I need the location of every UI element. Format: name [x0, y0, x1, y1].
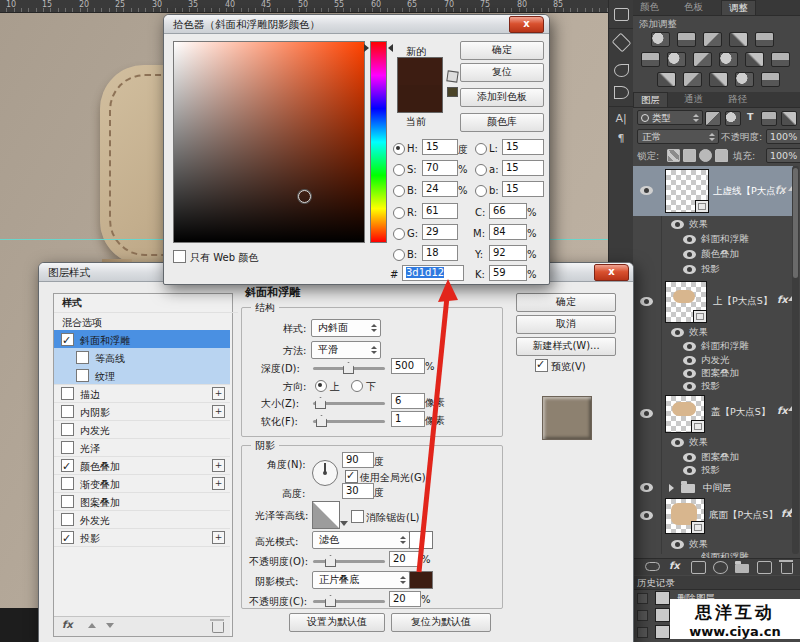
cancel-button[interactable]: 取消	[516, 315, 616, 334]
style-item-bevel-emboss[interactable]: 斜面和浮雕	[54, 330, 230, 349]
new-style-button[interactable]: 新建样式(W)...	[516, 337, 616, 356]
visibility-eye-icon[interactable]	[683, 453, 696, 462]
visibility-eye-icon[interactable]	[683, 250, 696, 259]
highlight-opacity-input[interactable]: 20	[389, 551, 421, 567]
visibility-eye-icon[interactable]	[683, 382, 696, 391]
layer-filter-type-dropdown[interactable]: 类型	[637, 110, 703, 125]
history-snapshot-checkbox[interactable]	[637, 627, 648, 638]
shadow-opacity-input[interactable]: 20	[389, 591, 421, 607]
layer-name[interactable]: 上【P大点S】	[713, 295, 772, 308]
b3-radio[interactable]	[475, 185, 487, 197]
layers-scrollbar-thumb[interactable]	[793, 168, 798, 278]
global-light-checkbox[interactable]	[345, 470, 358, 483]
bevel-style-dropdown[interactable]: 内斜面	[311, 319, 381, 337]
style-item-color-overlay[interactable]: 颜色叠加	[54, 456, 230, 475]
filter-adjustment-layers-icon[interactable]	[725, 111, 741, 126]
altitude-input[interactable]: 30	[342, 483, 374, 499]
delete-layer-icon[interactable]	[781, 563, 793, 574]
visibility-eye-icon[interactable]	[671, 220, 684, 229]
ok-button[interactable]: 确定	[516, 293, 616, 312]
highlight-color-swatch[interactable]	[409, 531, 433, 549]
visibility-eye-icon[interactable]	[640, 186, 653, 195]
style-item-satin[interactable]: 光泽	[54, 438, 230, 457]
a-input[interactable]: 15	[502, 160, 544, 176]
effect-item[interactable]: 内发光	[701, 354, 730, 367]
b-radio[interactable]	[393, 185, 405, 197]
fx-badge[interactable]: fx	[775, 184, 786, 195]
brightness-contrast-icon[interactable]	[651, 32, 670, 47]
web-safe-swatch-icon[interactable]	[447, 87, 458, 97]
preview-checkbox[interactable]	[535, 359, 548, 372]
selective-color-icon[interactable]	[735, 72, 754, 87]
clone-source-panel-icon[interactable]	[614, 8, 629, 21]
history-snapshot-checkbox[interactable]	[637, 610, 648, 621]
tab-channels[interactable]: 通道	[677, 92, 710, 106]
web-only-checkbox[interactable]	[173, 250, 186, 263]
visibility-eye-icon[interactable]	[683, 369, 696, 378]
style-item-contour[interactable]: 等高线	[54, 348, 230, 367]
fx-menu-icon[interactable]: fx	[62, 619, 73, 630]
m-input[interactable]: 84	[489, 224, 527, 240]
lock-transparency-icon[interactable]	[667, 149, 680, 162]
add-layer-mask-icon[interactable]	[691, 561, 706, 574]
shapes-panel-icon[interactable]	[612, 33, 632, 53]
color-balance-icon[interactable]	[667, 52, 686, 67]
add-instance-icon[interactable]	[212, 405, 225, 418]
color-field[interactable]	[173, 41, 365, 243]
layer-thumbnail[interactable]	[665, 169, 709, 213]
style-checkbox[interactable]	[61, 531, 74, 544]
effects-header[interactable]: 效果	[689, 218, 708, 231]
tab-swatches[interactable]: 色板	[677, 0, 710, 14]
shadow-color-swatch[interactable]	[409, 571, 433, 589]
size-input[interactable]: 6	[391, 393, 425, 409]
hue-saturation-icon[interactable]	[641, 52, 660, 67]
shadow-opacity-slider[interactable]	[313, 600, 385, 603]
move-style-up-icon[interactable]	[88, 623, 96, 628]
g-input[interactable]: 29	[422, 224, 458, 240]
effect-item[interactable]: 投影	[701, 380, 720, 393]
color-lookup-icon[interactable]	[771, 52, 790, 67]
layer-row[interactable]: 盖【P大点S】 fx	[633, 394, 793, 434]
horizontal-ruler[interactable]: 10 15 20 25 30 35 40 45 50 55 60 65 70 7…	[0, 0, 608, 13]
filter-pixel-layers-icon[interactable]	[705, 111, 721, 126]
add-instance-icon[interactable]	[212, 387, 225, 400]
fill-value[interactable]: 100%	[766, 148, 800, 163]
threshold-icon[interactable]	[709, 72, 728, 87]
style-checkbox[interactable]	[61, 495, 74, 508]
levels-icon[interactable]	[677, 32, 696, 47]
vibrance-icon[interactable]	[755, 32, 774, 47]
visibility-eye-icon[interactable]	[671, 540, 684, 549]
lock-all-icon[interactable]	[715, 149, 728, 162]
style-checkbox[interactable]	[76, 369, 89, 382]
link-layers-icon[interactable]	[645, 562, 660, 571]
visibility-eye-icon[interactable]	[640, 297, 653, 306]
filter-smart-objects-icon[interactable]	[781, 111, 797, 126]
reset-button[interactable]: 复位	[460, 63, 544, 82]
anti-alias-checkbox[interactable]	[351, 510, 364, 523]
l-input[interactable]: 15	[502, 139, 544, 155]
technique-dropdown[interactable]: 平滑	[311, 341, 381, 359]
effects-header[interactable]: 效果	[689, 538, 708, 551]
style-checkbox[interactable]	[76, 351, 89, 364]
y-input[interactable]: 92	[489, 245, 527, 261]
add-to-swatches-button[interactable]: 添加到色板	[460, 88, 544, 107]
style-checkbox[interactable]	[61, 459, 74, 472]
s-radio[interactable]	[393, 164, 405, 176]
style-checkbox[interactable]	[61, 333, 74, 346]
a-radio[interactable]	[475, 164, 487, 176]
b-input[interactable]: 24	[422, 181, 458, 197]
tab-layers[interactable]: 图层	[633, 92, 668, 107]
color-libraries-button[interactable]: 颜色库	[460, 113, 544, 132]
gloss-contour-thumbnail[interactable]	[312, 501, 340, 529]
style-checkbox[interactable]	[61, 405, 74, 418]
angle-dial[interactable]	[312, 460, 338, 486]
curves-icon[interactable]	[703, 32, 722, 47]
add-instance-icon[interactable]	[212, 477, 225, 490]
style-checkbox[interactable]	[61, 387, 74, 400]
group-name[interactable]: 中间层	[703, 482, 732, 495]
posterize-icon[interactable]	[683, 72, 702, 87]
fx-badge[interactable]: fx	[777, 405, 788, 416]
visibility-eye-icon[interactable]	[640, 483, 653, 492]
opacity-value[interactable]: 100%	[766, 129, 800, 144]
effect-item[interactable]: 投影	[701, 464, 720, 477]
